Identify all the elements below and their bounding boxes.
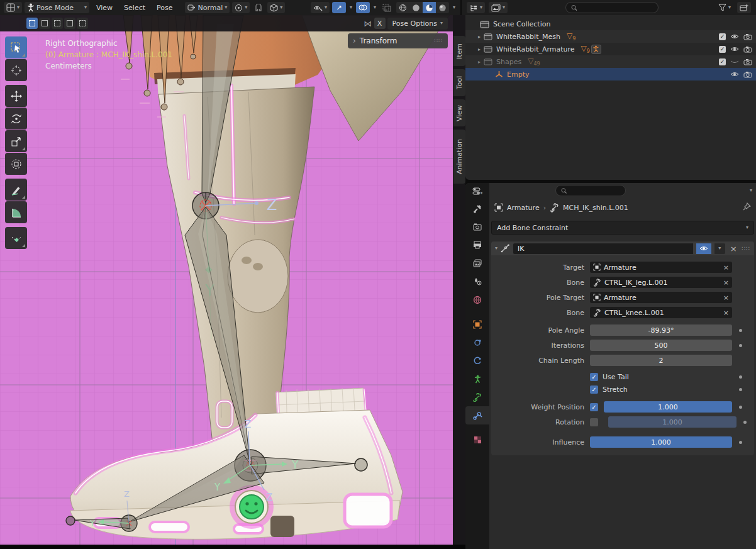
heel-circle-bone[interactable]	[355, 458, 367, 471]
pole-bone-field[interactable]: CTRL_knee.L.001 ×	[590, 307, 732, 318]
shading-wireframe-button[interactable]	[396, 2, 409, 13]
constraint-enable-eye-button[interactable]	[696, 243, 711, 254]
tab-animation[interactable]: Animation	[453, 130, 465, 184]
tool-pose-breakdowner[interactable]	[5, 227, 27, 249]
breadcrumb-object[interactable]: Armature	[507, 204, 540, 212]
outliner-row-armature[interactable]: ▸ WhiteRabbit_Armature ▽9 ✓	[465, 43, 756, 55]
constraint-extras-dropdown[interactable]: ▾	[714, 243, 725, 254]
camera-visibility-icon[interactable]	[743, 33, 752, 40]
tab-bone-constraints[interactable]	[465, 406, 489, 424]
clear-icon[interactable]: ×	[723, 279, 729, 287]
xray-toggle[interactable]	[380, 2, 394, 13]
transform-panel-header[interactable]: › Transform ∷∷	[348, 33, 448, 48]
decorator-dot[interactable]	[739, 375, 742, 379]
menu-pose[interactable]: Pose	[152, 2, 177, 13]
gizmos-dropdown[interactable]: ▾	[348, 2, 353, 13]
decorator-dot[interactable]	[739, 388, 742, 391]
editor-type-button[interactable]: ▾	[4, 2, 22, 13]
outliner-search-input[interactable]	[579, 4, 652, 11]
tool-cursor[interactable]	[5, 59, 27, 81]
clear-icon[interactable]: ×	[723, 309, 729, 317]
shading-solid-button[interactable]	[409, 2, 423, 13]
pose-options-dropdown[interactable]: Pose Options ▾	[387, 18, 448, 30]
eye-icon[interactable]	[730, 33, 739, 40]
toe-tip-circle[interactable]	[66, 516, 75, 525]
disclosure-icon[interactable]: ▸	[475, 47, 484, 52]
select-intersect-button[interactable]	[77, 18, 88, 29]
tool-select-box[interactable]	[5, 36, 27, 58]
tab-render[interactable]	[465, 218, 489, 236]
show-overlays-toggle[interactable]	[356, 2, 370, 13]
camera-visibility-icon[interactable]	[743, 71, 752, 78]
tab-object-data[interactable]	[465, 370, 489, 388]
rotation-checkbox[interactable]	[590, 418, 598, 426]
select-invert-button[interactable]	[64, 18, 75, 29]
menu-select[interactable]: Select	[120, 2, 150, 13]
properties-editor-type-button[interactable]: ▾	[465, 183, 489, 199]
breadcrumb-bone[interactable]: MCH_IK_shin.L.001	[563, 204, 628, 212]
tab-output[interactable]	[465, 236, 489, 254]
constraint-delete-button[interactable]: ×	[728, 244, 739, 253]
pin-icon[interactable]	[743, 202, 751, 213]
tab-view[interactable]: View	[453, 99, 465, 126]
tool-transform[interactable]	[5, 153, 27, 175]
menu-view[interactable]: View	[92, 2, 117, 13]
collapse-chevron-icon[interactable]: ▾	[495, 246, 498, 251]
tab-object-constraints[interactable]	[465, 352, 489, 370]
tab-physics[interactable]	[465, 333, 489, 352]
viewport-3d[interactable]: Z Y	[0, 15, 453, 545]
outliner-row-scene-collection[interactable]: Scene Collection	[465, 18, 756, 30]
outliner-row-shapes[interactable]: ▸ Shapes ▽49 ✓	[465, 55, 756, 68]
weight-position-slider[interactable]: 1.000	[604, 401, 732, 413]
tab-tool-props[interactable]	[465, 199, 489, 218]
collection-checkbox[interactable]: ✓	[719, 58, 726, 65]
constraint-panel-header[interactable]: ▾ IK ▾ × ∷∷	[491, 241, 754, 255]
collection-checkbox[interactable]: ✓	[719, 46, 726, 53]
decorator-dot[interactable]	[743, 421, 747, 424]
tab-texture[interactable]	[465, 431, 489, 449]
shading-rendered-button[interactable]	[436, 2, 449, 13]
pole-target-field[interactable]: Armature ×	[590, 292, 732, 303]
decorator-dot[interactable]	[739, 406, 742, 409]
snap-target-dropdown[interactable]: ▾	[267, 2, 285, 13]
constraint-drag-handle[interactable]: ∷∷	[742, 245, 750, 252]
outliner-editor-type-button[interactable]: ▾	[467, 2, 485, 13]
tab-scene[interactable]	[465, 272, 489, 291]
tab-tool[interactable]: Tool	[453, 69, 465, 96]
orientation-dropdown[interactable]: Normal ▾	[185, 2, 230, 13]
new-collection-button[interactable]	[737, 2, 751, 13]
collection-checkbox[interactable]: ✓	[719, 33, 726, 40]
outliner-search[interactable]	[565, 2, 659, 13]
chain-length-field[interactable]: 2	[590, 355, 732, 366]
disclosure-icon[interactable]: ▸	[475, 34, 484, 40]
properties-search[interactable]	[555, 185, 626, 196]
eye-icon[interactable]	[730, 71, 739, 77]
tab-object[interactable]	[465, 315, 489, 333]
overlays-dropdown[interactable]: ▾	[372, 2, 377, 13]
mode-dropdown[interactable]: Pose Mode ▾	[25, 2, 89, 13]
mirror-x-toggle[interactable]: X	[374, 18, 386, 29]
select-set-button[interactable]	[26, 18, 38, 29]
camera-visibility-icon[interactable]	[743, 58, 752, 65]
shading-material-button[interactable]	[423, 2, 436, 13]
visibility-dropdown[interactable]: ▾	[311, 2, 330, 13]
add-bone-constraint-button[interactable]: Add Bone Constraint ▾	[491, 221, 754, 235]
pole-angle-field[interactable]: -89.93°	[590, 324, 732, 336]
decorator-dot[interactable]	[739, 329, 742, 332]
tool-measure[interactable]	[5, 201, 27, 223]
properties-search-input[interactable]	[569, 187, 620, 194]
tool-scale[interactable]	[5, 130, 27, 152]
decorator-dot[interactable]	[739, 344, 742, 347]
tool-rotate[interactable]	[5, 108, 27, 130]
tab-item[interactable]: Item	[453, 36, 465, 66]
clear-icon[interactable]: ×	[723, 263, 729, 272]
outliner-row-empty[interactable]: Empty	[465, 68, 756, 80]
use-tail-checkbox[interactable]: ✓	[590, 373, 598, 381]
select-subtract-button[interactable]	[52, 18, 63, 29]
eye-icon[interactable]	[730, 46, 739, 52]
properties-options-dropdown[interactable]: ▾	[750, 188, 752, 193]
tab-view-layer[interactable]	[465, 254, 489, 272]
constraint-name-field[interactable]: IK	[513, 243, 693, 254]
outliner-display-mode-button[interactable]: ▾	[489, 2, 508, 13]
outliner-row-mesh[interactable]: ▸ WhiteRabbit_Mesh ▽9 ✓	[465, 30, 756, 43]
